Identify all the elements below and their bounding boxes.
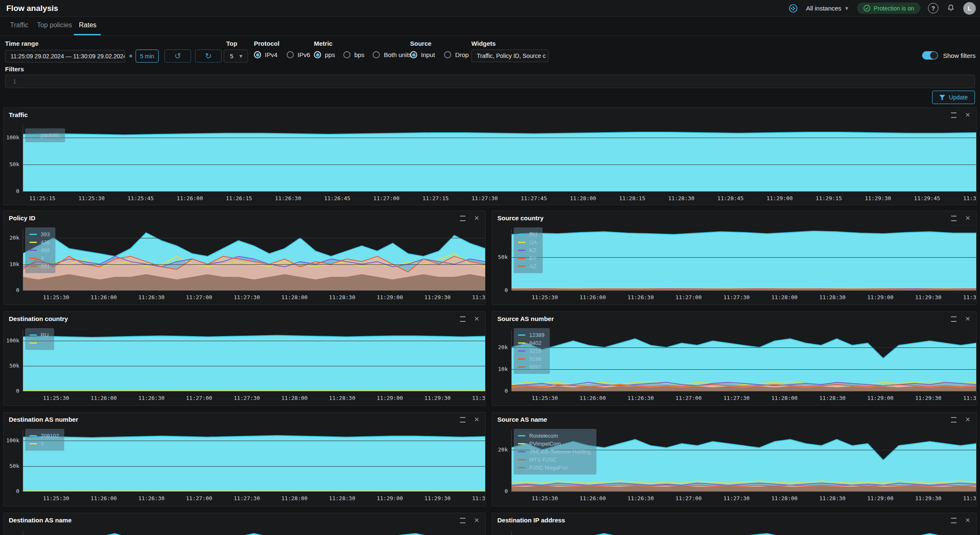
radio-ipv6[interactable]: IPv6: [287, 51, 310, 58]
legend-item[interactable]: MTS PJSC: [518, 456, 591, 464]
radio-both-units[interactable]: Both units: [373, 51, 412, 58]
gridline: [23, 164, 976, 165]
time-range-input[interactable]: 11:25:09 29.02.2024 — 11:30:09 29.02.202…: [5, 50, 125, 63]
chevron-down-icon: ▼: [844, 5, 849, 11]
legend-swatch: [518, 266, 525, 267]
legend-swatch: [518, 435, 525, 436]
legend-item[interactable]: RU: [518, 230, 537, 238]
legend-item[interactable]: 12389: [518, 331, 544, 339]
x-axis-line: [511, 391, 976, 391]
x-tick-label: 11:29:30: [424, 495, 451, 501]
widgets-input[interactable]: Traffic, Policy ID, Source c: [471, 50, 549, 62]
gridline: [23, 341, 485, 341]
y-tick-label: 0: [492, 488, 508, 494]
update-button[interactable]: Update: [932, 91, 975, 104]
legend-item[interactable]: 4: [29, 254, 50, 262]
tab-traffic[interactable]: Traffic: [10, 21, 29, 29]
legend-item[interactable]: 6697: [518, 363, 544, 371]
protection-status-badge[interactable]: Protection is on: [857, 3, 921, 14]
x-tick-label: 11:27:30: [234, 495, 260, 501]
filters-editor[interactable]: 1: [5, 75, 975, 88]
legend-item[interactable]: KZ: [518, 246, 537, 254]
y-tick-label: 20k: [492, 446, 508, 453]
widget-panel-source-country: Source country ✕ 50k011:25:3011:26:0011:…: [492, 211, 977, 305]
legend-item[interactable]: 393: [29, 230, 50, 238]
radio-ipv4[interactable]: IPv4: [254, 51, 277, 58]
legend-item[interactable]: 0: [29, 440, 59, 448]
legend-item[interactable]: JSC ER-Telecom Holding: [518, 448, 591, 456]
radio-icon: [254, 51, 261, 58]
x-tick-label: 11:28:30: [819, 495, 846, 501]
legend-item[interactable]: packets: [29, 131, 60, 139]
legend-swatch: [518, 459, 525, 460]
legend-item[interactable]: UA: [518, 238, 537, 246]
legend-swatch: [518, 443, 525, 444]
help-icon[interactable]: ?: [928, 3, 938, 13]
scope-compass-icon[interactable]: [788, 3, 798, 13]
y-tick-label: 20k: [492, 344, 508, 350]
legend-item[interactable]: 469: [29, 246, 50, 254]
radio-drop[interactable]: Drop: [444, 51, 469, 58]
x-tick-label: 11:27:30: [234, 294, 260, 300]
x-tick-label: 11:26:00: [580, 495, 606, 501]
x-tick-label: 11:26:45: [324, 195, 350, 201]
x-tick-label: 11:30:00: [963, 495, 977, 501]
legend-item[interactable]: PJSC MegaFon: [518, 464, 591, 472]
x-tick-label: 11:26:30: [138, 395, 165, 401]
chart-area: 50k011:25:3011:26:0011:26:3011:27:0011:2…: [492, 211, 976, 305]
top-select-value: 5: [230, 53, 233, 60]
radio-input[interactable]: Input: [410, 51, 435, 58]
legend-item[interactable]: 8402: [518, 339, 544, 347]
legend-label: 469: [41, 247, 50, 253]
x-tick-label: 11:27:00: [675, 495, 702, 501]
chart-area: 100k50k011:25:3011:26:0011:26:3011:27:00…: [4, 412, 485, 506]
user-avatar[interactable]: L: [963, 2, 976, 15]
gridline: [23, 466, 485, 467]
legend-item[interactable]: Rostelecom: [518, 432, 591, 440]
legend-label: 12389: [529, 332, 544, 338]
x-tick-label: 11:28:00: [281, 495, 308, 501]
history-forward-button[interactable]: ↻: [195, 50, 222, 63]
metric-label: Metric: [314, 40, 332, 47]
toggle-knob: [930, 52, 938, 59]
legend-label: PVimpelCom: [529, 441, 561, 447]
gridline: [23, 238, 485, 238]
quick-range-5min-button[interactable]: 5 min: [136, 50, 159, 63]
legend-item[interactable]: 9198: [518, 355, 544, 363]
legend-item[interactable]: [29, 339, 49, 347]
legend-item[interactable]: BY: [518, 254, 537, 262]
x-tick-label: 11:30:00: [963, 395, 977, 401]
tab-rates[interactable]: Rates: [79, 21, 97, 29]
legend-item[interactable]: 426: [29, 238, 50, 246]
legend-label: 426: [41, 239, 50, 245]
y-tick-label: 0: [4, 488, 19, 494]
legend-item[interactable]: PVimpelCom: [518, 440, 591, 448]
radio-bps[interactable]: bps: [343, 51, 364, 58]
legend-item[interactable]: RU: [29, 331, 49, 339]
notifications-bell-icon[interactable]: [946, 3, 956, 13]
tab-bar: Traffic Top policies Rates: [0, 16, 980, 36]
legend-item[interactable]: 3216: [518, 347, 544, 355]
legend-item[interactable]: 381: [29, 262, 50, 270]
x-tick-label: 11:28:00: [281, 395, 308, 401]
show-filters-toggle[interactable]: [922, 51, 938, 60]
tab-top-policies[interactable]: Top policies: [37, 21, 72, 29]
legend-item[interactable]: AZ: [518, 262, 537, 270]
y-tick-label: 100k: [4, 134, 19, 141]
radio-pps[interactable]: pps: [314, 51, 335, 58]
legend-swatch: [518, 242, 525, 243]
x-tick-label: 11:27:30: [472, 195, 498, 201]
x-tick-label: 11:29:30: [424, 395, 451, 401]
protocol-label: Protocol: [254, 40, 280, 47]
top-select[interactable]: 5 ▼: [224, 50, 248, 63]
history-back-button[interactable]: ↺: [165, 50, 191, 63]
page-title: Flow analysis: [6, 4, 58, 13]
legend-swatch: [29, 234, 37, 235]
y-axis-line: [23, 229, 23, 290]
legend-item[interactable]: 208102: [29, 432, 59, 440]
chart-legend: RU: [25, 328, 54, 350]
chart-legend: 123898402321691986697: [514, 328, 550, 374]
instances-dropdown[interactable]: All instances ▼: [806, 5, 849, 12]
check-circle-icon: [863, 5, 870, 12]
legend-swatch: [29, 135, 37, 136]
